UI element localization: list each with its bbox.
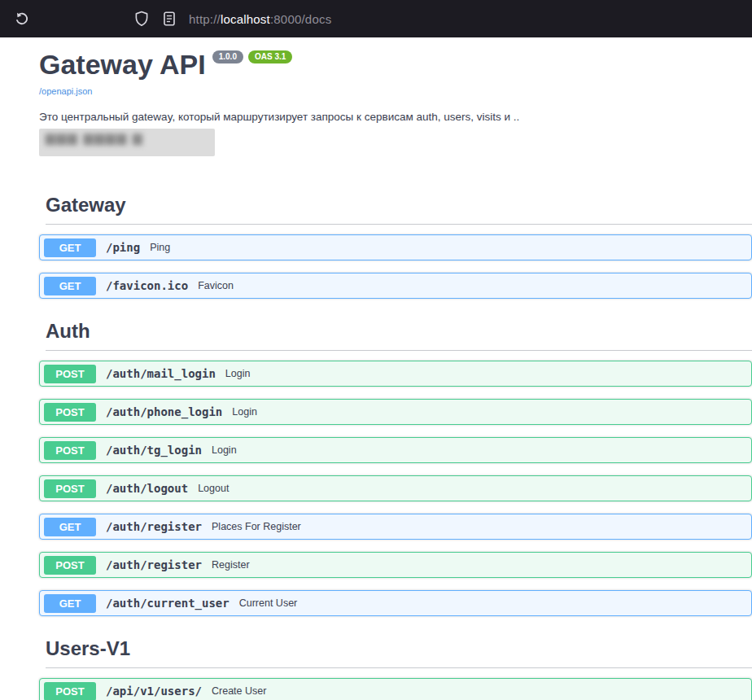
operation-summary: Current User	[239, 597, 298, 609]
method-badge: POST	[44, 479, 96, 498]
title-badges: 1.0.0 OAS 3.1	[212, 50, 293, 63]
operation-summary: Login	[212, 444, 237, 456]
blurred-text: ▆▆▆ ▆▆▆▆ ▆	[46, 130, 144, 145]
operation-path: /auth/register	[106, 558, 202, 571]
api-section-auth: AuthPOST/auth/mail_loginLoginPOST/auth/p…	[39, 320, 752, 616]
operation-path: /favicon.ico	[106, 279, 188, 292]
url-scheme: http://	[189, 12, 221, 26]
operation-summary: Login	[232, 406, 257, 418]
tracking-protection-button[interactable]	[130, 7, 153, 30]
method-badge: GET	[44, 277, 96, 295]
opblock-post-/auth/tg_login[interactable]: POST/auth/tg_loginLogin	[39, 437, 752, 463]
opblock-post-/auth/logout[interactable]: POST/auth/logoutLogout	[39, 475, 752, 501]
url-host: localhost	[221, 12, 270, 26]
operation-summary: Logout	[198, 483, 229, 494]
operation-path: /ping	[106, 241, 140, 254]
method-badge: GET	[44, 518, 96, 536]
oas-badge: OAS 3.1	[248, 50, 292, 63]
api-section-users-v1: Users-V1POST/api/v1/users/Create UserPOS…	[39, 637, 752, 700]
operation-path: /auth/register	[106, 520, 202, 533]
opblock-get-/auth/register[interactable]: GET/auth/registerPlaces For Register	[39, 514, 752, 540]
operation-summary: Register	[212, 559, 250, 571]
operation-summary: Ping	[150, 242, 170, 253]
reload-button[interactable]	[10, 7, 34, 31]
opblock-post-/auth/register[interactable]: POST/auth/registerRegister	[39, 552, 752, 578]
openapi-spec-link[interactable]: /openapi.json	[39, 86, 92, 96]
operation-summary: Favicon	[198, 280, 234, 291]
method-badge: POST	[44, 682, 96, 700]
opblock-get-/favicon.ico[interactable]: GET/favicon.icoFavicon	[39, 273, 752, 299]
section-title[interactable]: Auth	[46, 320, 752, 351]
opblock-post-/api/v1/users/[interactable]: POST/api/v1/users/Create User	[39, 678, 752, 700]
opblock-get-/ping[interactable]: GET/pingPing	[39, 234, 752, 260]
opblock-post-/auth/mail_login[interactable]: POST/auth/mail_loginLogin	[39, 361, 752, 387]
blurred-selection-region: ▆▆▆ ▆▆▆▆ ▆	[39, 129, 215, 156]
title-row: Gateway API 1.0.0 OAS 3.1	[39, 49, 752, 80]
version-badge: 1.0.0	[212, 50, 243, 63]
method-badge: GET	[44, 594, 96, 613]
operation-path: /auth/phone_login	[106, 405, 222, 418]
method-badge: POST	[44, 556, 96, 575]
operation-summary: Create User	[212, 685, 266, 697]
operation-path: /auth/current_user	[106, 597, 230, 610]
page-title: Gateway API	[39, 49, 206, 80]
shield-icon	[133, 11, 150, 27]
reload-icon	[14, 11, 30, 27]
url-path: :8000/docs	[270, 12, 331, 26]
api-description: Это центральный gateway, который маршрут…	[39, 111, 706, 123]
method-badge: POST	[44, 403, 96, 422]
operation-summary: Places For Register	[212, 521, 301, 532]
swagger-ui-page: Gateway API 1.0.0 OAS 3.1 /openapi.json …	[0, 37, 752, 700]
section-title[interactable]: Gateway	[46, 194, 752, 225]
opblock-get-/auth/current_user[interactable]: GET/auth/current_userCurrent User	[39, 590, 752, 616]
api-sections: GatewayGET/pingPingGET/favicon.icoFavico…	[39, 194, 752, 700]
operation-path: /auth/mail_login	[106, 367, 216, 380]
operation-summary: Login	[225, 368, 251, 379]
page-icon	[161, 11, 177, 27]
url-bar[interactable]: http://localhost:8000/docs	[189, 12, 331, 26]
page-info-button[interactable]	[158, 7, 181, 30]
opblock-post-/auth/phone_login[interactable]: POST/auth/phone_loginLogin	[39, 399, 752, 425]
operation-path: /api/v1/users/	[106, 685, 202, 698]
method-badge: POST	[44, 365, 96, 383]
method-badge: POST	[44, 441, 96, 460]
browser-toolbar: http://localhost:8000/docs	[0, 0, 752, 37]
operation-path: /auth/logout	[106, 482, 188, 495]
operation-path: /auth/tg_login	[106, 444, 202, 457]
section-title[interactable]: Users-V1	[46, 637, 752, 668]
method-badge: GET	[44, 238, 96, 257]
api-section-gateway: GatewayGET/pingPingGET/favicon.icoFavico…	[39, 194, 752, 299]
